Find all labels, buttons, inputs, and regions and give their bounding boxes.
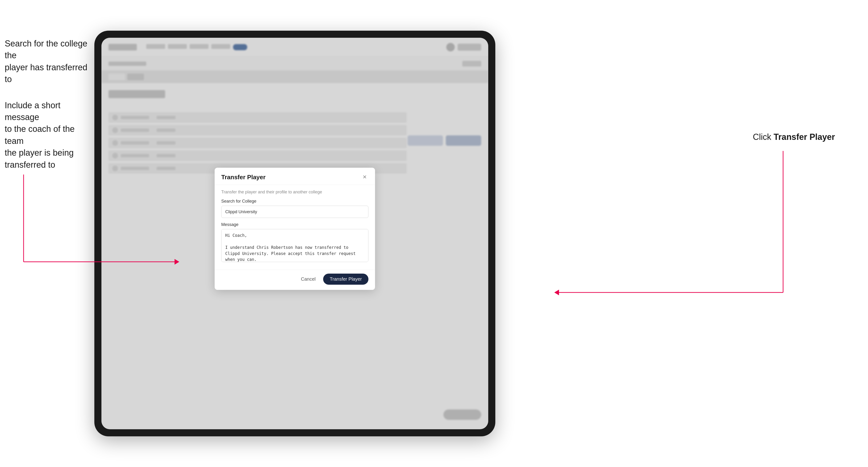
transfer-player-modal: Transfer Player ✕ Transfer the player an… [215,168,375,290]
annotation-text-4: to the coach of the team [5,124,74,146]
modal-header: Transfer Player ✕ [215,168,375,185]
annotation-right-prefix: Click [753,132,774,142]
tablet-frame: Transfer Player ✕ Transfer the player an… [94,31,495,436]
modal-footer: Cancel Transfer Player [215,270,375,290]
annotation-left: Search for the college the player has tr… [5,38,92,185]
search-college-input[interactable] [221,206,368,218]
modal-subtitle: Transfer the player and their profile to… [221,190,368,195]
annotation-text-5: the player is being [5,148,73,158]
annotation-right-bold: Transfer Player [774,132,835,142]
annotation-text-1: Search for the college the [5,39,87,60]
cancel-button[interactable]: Cancel [297,274,319,284]
modal-title: Transfer Player [221,174,266,181]
modal-body: Transfer the player and their profile to… [215,185,375,270]
search-college-label: Search for College [221,199,368,204]
transfer-player-button[interactable]: Transfer Player [323,274,368,285]
modal-overlay: Transfer Player ✕ Transfer the player an… [101,38,488,429]
annotation-right: Click Transfer Player [753,132,835,142]
svg-marker-5 [554,290,559,295]
message-textarea[interactable]: Hi Coach, I understand Chris Robertson h… [221,229,368,262]
message-label: Message [221,222,368,227]
tablet-screen: Transfer Player ✕ Transfer the player an… [101,38,488,429]
annotation-text-6: transferred to [5,160,55,169]
annotation-text-3: Include a short message [5,100,60,122]
annotation-text-2: player has transferred to [5,63,87,84]
modal-close-button[interactable]: ✕ [361,173,368,181]
close-icon: ✕ [363,174,367,180]
